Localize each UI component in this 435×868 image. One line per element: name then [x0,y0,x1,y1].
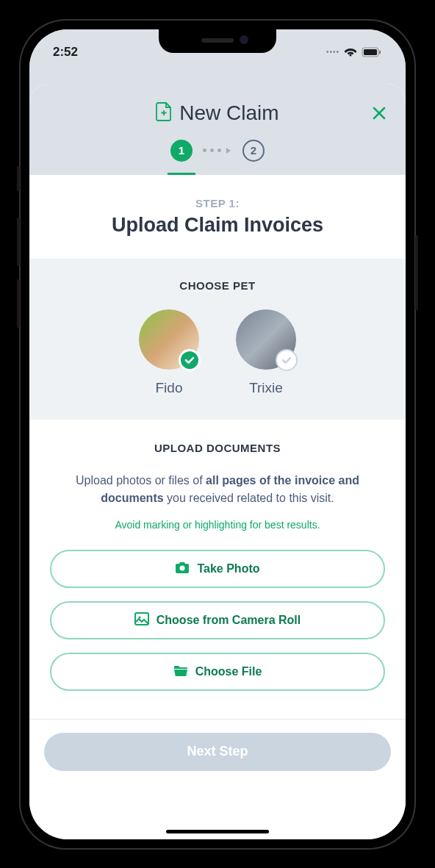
button-label: Choose from Camera Roll [157,614,301,627]
battery-icon [362,47,382,57]
cellular-icon: •••• [326,48,339,56]
button-label: Take Photo [197,562,259,575]
footer: Next Step [29,719,406,784]
home-indicator[interactable] [166,830,269,833]
folder-icon [173,664,188,679]
power-button [415,235,418,310]
close-button[interactable] [372,106,387,123]
status-icons: •••• [326,47,382,57]
phone-frame: 2:52 •••• New Claim [19,19,416,850]
pet-avatar [236,309,296,370]
mute-switch [17,166,20,191]
image-icon [134,612,149,628]
upload-description: Upload photos or files of all pages of t… [50,472,385,507]
status-time: 2:52 [53,45,78,60]
pet-name: Fido [156,380,183,396]
new-claim-modal: New Claim 1 2 STEP 1: Upload Claim Invoi… [29,84,406,839]
volume-down [17,279,20,328]
svg-point-3 [180,565,185,570]
wifi-icon [344,47,357,57]
camera-roll-button[interactable]: Choose from Camera Roll [50,601,385,639]
check-icon [276,349,298,371]
svg-rect-2 [379,50,381,54]
upload-section: UPLOAD DOCUMENTS Upload photos or files … [29,420,406,719]
step-2[interactable]: 2 [242,140,265,162]
title-row: New Claim [44,101,391,125]
button-label: Choose File [195,665,262,678]
step-dots [203,147,232,154]
modal-header: New Claim 1 2 [29,84,406,175]
step-title: Upload Claim Invoices [29,214,406,259]
pet-fido[interactable]: Fido [139,309,199,396]
step-1[interactable]: 1 [170,140,193,162]
next-step-button[interactable]: Next Step [44,733,391,771]
document-plus-icon [156,102,172,124]
modal-title: New Claim [179,101,278,125]
phone-screen: 2:52 •••• New Claim [29,29,406,839]
choose-pet-label: CHOOSE PET [44,279,391,292]
pet-name: Trixie [249,380,283,396]
step-label: STEP 1: [29,175,406,214]
pet-list: Fido Trixie [44,309,391,396]
take-photo-button[interactable]: Take Photo [50,550,385,588]
content: STEP 1: Upload Claim Invoices CHOOSE PET… [29,175,406,784]
notch [159,29,276,53]
check-icon [179,349,201,371]
camera-icon [175,561,190,577]
choose-file-button[interactable]: Choose File [50,653,385,691]
choose-pet-section: CHOOSE PET Fido [29,259,406,420]
pet-avatar [139,309,199,370]
upload-label: UPLOAD DOCUMENTS [50,442,385,454]
svg-rect-1 [364,49,377,55]
upload-hint: Avoid marking or highlighting for best r… [50,519,385,531]
stepper: 1 2 [44,140,391,175]
pet-trixie[interactable]: Trixie [236,309,296,396]
volume-up [17,218,20,266]
